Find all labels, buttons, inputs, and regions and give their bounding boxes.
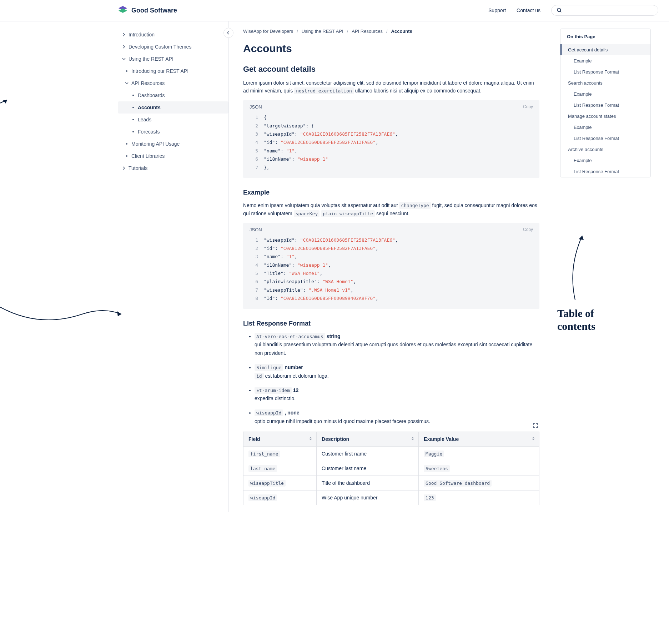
table-header[interactable]: Description — [317, 432, 419, 446]
arrow-annotation-2 — [0, 296, 125, 332]
sidebar-item[interactable]: Accounts — [118, 101, 228, 114]
paragraph: Nemo enim ipsam voluptatem quia voluptas… — [243, 201, 539, 218]
svg-marker-5 — [117, 311, 121, 316]
toc-item[interactable]: Manage account states — [560, 111, 650, 122]
toc-title: On this Page — [560, 29, 650, 44]
code-lang: JSON — [250, 104, 262, 110]
bullet-icon — [132, 107, 134, 108]
paragraph: Lorem ipsum dolor sit amet, consectetur … — [243, 79, 539, 95]
list-item: Similique numberid est laborum et doloru… — [255, 363, 539, 381]
toc-item[interactable]: List Response Format — [560, 100, 650, 111]
sidebar-item[interactable]: Introducing our REST API — [118, 65, 228, 77]
inline-code: spaceKey — [294, 210, 320, 217]
toc-item[interactable]: Search accounts — [560, 77, 650, 89]
page-title: Accounts — [243, 42, 539, 55]
arrow-annotation-1 — [0, 93, 14, 150]
sidebar-item[interactable]: API Resources — [118, 77, 228, 89]
sidebar-item[interactable]: Tutorials — [118, 162, 228, 174]
code-block: JSONCopy 1{2"targetwiseapp": {3"wiseappI… — [243, 100, 539, 178]
inline-code: plain-wiseappTitle — [321, 210, 375, 217]
chevron-icon — [125, 81, 129, 85]
table-header[interactable]: Field — [243, 432, 317, 446]
breadcrumb-current: Accounts — [391, 29, 412, 34]
sidebar: IntroductionDeveloping Custom ThemesUsin… — [0, 21, 228, 512]
search-input[interactable] — [565, 7, 653, 13]
logo-icon — [118, 5, 128, 15]
toc-item[interactable]: Example — [560, 122, 650, 133]
data-table: Field Description Example Value first_na… — [243, 432, 539, 505]
toc-item[interactable]: List Response Format — [560, 166, 650, 177]
sidebar-item[interactable]: Client Libraries — [118, 150, 228, 162]
bullet-icon — [126, 143, 127, 145]
code-lang: JSON — [250, 227, 262, 232]
bullet-icon — [126, 70, 127, 72]
sidebar-item[interactable]: Developing Custom Themes — [118, 41, 228, 53]
collapse-sidebar-button[interactable] — [223, 28, 233, 38]
sidebar-item[interactable]: Monitoring API Usage — [118, 138, 228, 150]
chevron-icon — [122, 166, 126, 170]
bullet-icon — [132, 119, 134, 120]
toc-item[interactable]: Example — [560, 155, 650, 166]
bullet-icon — [132, 95, 134, 96]
sort-icon — [309, 437, 313, 440]
copy-button[interactable]: Copy — [523, 104, 533, 110]
sidebar-item[interactable]: Using the REST API — [118, 53, 228, 65]
copy-button[interactable]: Copy — [523, 227, 533, 232]
support-link[interactable]: Support — [488, 7, 506, 13]
bullet-list: At-vero-eos-et-accusamus stringqui bland… — [243, 332, 539, 426]
table-of-contents: On this Page Get account detailsExampleL… — [554, 21, 657, 512]
section-heading: Get account details — [243, 65, 539, 74]
table-row: wiseappIdWise App unique number123 — [243, 490, 539, 505]
bullet-icon — [132, 131, 134, 132]
sidebar-item[interactable]: Dashboards — [118, 89, 228, 101]
sidebar-item[interactable]: Introduction — [118, 29, 228, 41]
toc-item[interactable]: Example — [560, 55, 650, 66]
svg-point-2 — [557, 8, 560, 11]
svg-marker-1 — [119, 9, 127, 13]
toc-item[interactable]: Get account details — [560, 44, 650, 55]
toc-item[interactable]: List Response Format — [560, 66, 650, 77]
sidebar-item[interactable]: Forecasts — [118, 126, 228, 138]
sort-icon — [411, 437, 415, 440]
annotation-toc: Table of contents — [557, 307, 595, 333]
sidebar-item[interactable]: Leads — [118, 114, 228, 126]
breadcrumb: WiseApp for Developers/ Using the REST A… — [243, 29, 539, 34]
header: Good Software Support Contact us — [0, 0, 669, 21]
chevron-icon — [122, 33, 126, 36]
toc-item[interactable]: List Response Format — [560, 133, 650, 144]
search-icon — [557, 7, 562, 13]
table-row: first_nameCustomer first nameMaggie — [243, 446, 539, 461]
svg-marker-6 — [579, 236, 584, 240]
expand-icon[interactable] — [533, 423, 538, 429]
section-heading: Example — [243, 189, 539, 196]
svg-line-3 — [560, 11, 561, 12]
table-row: wiseappTitleTitle of the dashboardGood S… — [243, 476, 539, 490]
section-heading: List Response Format — [243, 320, 539, 327]
search-box[interactable] — [551, 5, 658, 16]
logo[interactable]: Good Software — [118, 5, 177, 15]
svg-marker-4 — [3, 100, 7, 104]
bullet-icon — [126, 155, 127, 157]
chevron-icon — [122, 57, 126, 61]
list-item: Et-arum-idem 12expedita distinctio. — [255, 386, 539, 403]
chevron-icon — [122, 45, 126, 49]
list-item: At-vero-eos-et-accusamus stringqui bland… — [255, 332, 539, 358]
table-header[interactable]: Example Value — [419, 432, 539, 446]
code-block: JSONCopy 1"wiseappId": "C0A812CE0160D685… — [243, 223, 539, 309]
breadcrumb-item[interactable]: API Resources — [352, 29, 383, 34]
chevron-left-icon — [227, 31, 230, 35]
table-row: last_nameCustomer last nameSweetens — [243, 461, 539, 476]
inline-code: nostrud exercitation — [294, 87, 354, 94]
inline-code: changeType — [399, 202, 431, 209]
toc-item[interactable]: Example — [560, 89, 650, 100]
contact-link[interactable]: Contact us — [517, 7, 540, 13]
main-content: WiseApp for Developers/ Using the REST A… — [229, 21, 554, 512]
arrow-annotation-3 — [564, 232, 593, 303]
brand-name: Good Software — [131, 7, 177, 14]
breadcrumb-item[interactable]: WiseApp for Developers — [243, 29, 293, 34]
sort-icon — [532, 437, 535, 440]
toc-item[interactable]: Archive accounts — [560, 144, 650, 155]
list-item: wiseappId , noneoptio cumque nihil imped… — [255, 409, 539, 426]
breadcrumb-item[interactable]: Using the REST API — [302, 29, 343, 34]
